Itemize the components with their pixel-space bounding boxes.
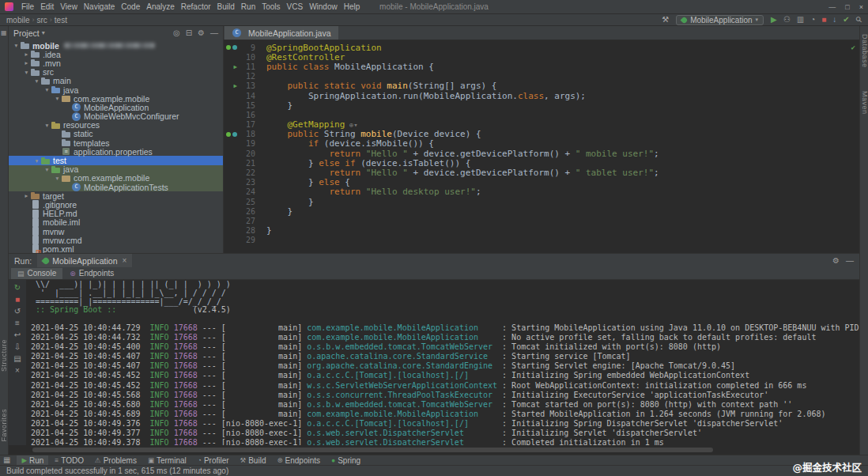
project-stripe-icon[interactable]: ▦ xyxy=(1,29,7,36)
collapse-all-icon[interactable]: ⊟ xyxy=(186,29,192,37)
tree-item-resources[interactable]: ▾resources xyxy=(9,121,223,130)
breadcrumb-mobile[interactable]: mobile xyxy=(6,16,29,25)
tree-expand-icon[interactable]: ▾ xyxy=(53,95,62,102)
minimize-button[interactable]: — xyxy=(828,3,836,11)
locate-file-icon[interactable]: ◎ xyxy=(173,29,180,37)
search-icon[interactable]: ⚲ xyxy=(854,15,863,25)
settings-gear-icon[interactable]: ⚙ xyxy=(198,29,205,37)
tree-item-mobilewebmvcconfigurer[interactable]: MobileWebMvcConfigurer xyxy=(9,112,223,121)
tree-item-mobileapplicationtests[interactable]: MobileApplicationTests xyxy=(9,183,223,191)
menu-view[interactable]: View xyxy=(57,2,81,11)
tree-expand-icon[interactable]: ▾ xyxy=(32,77,41,85)
tree-expand-icon[interactable]: ▾ xyxy=(22,69,31,76)
tree-item-com-example-mobile[interactable]: ▾com.example.mobile xyxy=(9,94,223,103)
tree-item-test[interactable]: ▾test xyxy=(9,156,223,164)
toolwindow-button-problems[interactable]: ⚠Problems xyxy=(90,455,142,466)
maximize-button[interactable]: □ xyxy=(845,3,849,11)
stop-icon[interactable]: ■ xyxy=(821,16,826,24)
console-view-tab-console[interactable]: ▤Console xyxy=(11,268,62,279)
build-hammer-icon[interactable]: ⚒ xyxy=(662,16,669,24)
tree-expand-icon[interactable]: ▾ xyxy=(43,166,51,173)
soft-wrap-icon[interactable]: ↩ xyxy=(14,331,21,339)
tree-item-pom-xml[interactable]: pom.xml xyxy=(9,244,223,253)
toolwindow-button-build[interactable]: ⚒Build xyxy=(236,455,271,466)
inspections-ok-icon[interactable]: ✔ xyxy=(851,43,855,51)
menu-edit[interactable]: Edit xyxy=(37,2,57,11)
run-gutter-icon[interactable]: ▶ xyxy=(233,83,237,89)
tree-item-main[interactable]: ▾main xyxy=(9,77,223,85)
code-area[interactable]: ✔ 9@SpringBootApplication10@RestControll… xyxy=(224,40,859,253)
tree-item-mvnw-cmd[interactable]: mvnw.cmd xyxy=(9,236,223,244)
run-tab-mobileapplication[interactable]: MobileApplication × xyxy=(37,254,132,267)
profiler-icon[interactable]: ◔ xyxy=(810,16,815,24)
debug-icon[interactable]: ⚇ xyxy=(783,16,791,24)
tree-expand-icon[interactable]: ▾ xyxy=(43,122,51,129)
breadcrumb-test[interactable]: test xyxy=(55,16,67,25)
hide-panel-icon[interactable]: — xyxy=(846,257,854,265)
tree-item-src[interactable]: ▾src xyxy=(9,68,223,77)
stop-icon[interactable]: ■ xyxy=(15,296,20,304)
favorites-tool-button[interactable]: Favorites xyxy=(0,409,9,442)
tree-expand-icon[interactable]: ▸ xyxy=(22,192,31,199)
menu-tools[interactable]: Tools xyxy=(259,2,283,11)
horizontal-scrollbar[interactable] xyxy=(9,445,859,455)
menu-run[interactable]: Run xyxy=(238,2,259,11)
tree-item-mobileapplication[interactable]: MobileApplication xyxy=(9,103,223,111)
run-icon[interactable]: ▶ xyxy=(771,16,777,24)
tree-item-mobile[interactable]: ▾mobile xyxy=(9,41,223,50)
console-output[interactable]: \\/ ___)| |_)| | | | | || (_| | ) ) ) ) … xyxy=(26,280,859,445)
scrollbar-thumb[interactable] xyxy=(32,448,713,452)
toolwindow-button-profiler[interactable]: ◔Profiler xyxy=(193,455,234,466)
menu-help[interactable]: Help xyxy=(341,2,364,11)
tree-item-application-properties[interactable]: application.properties xyxy=(9,147,223,156)
tree-item--gitignore[interactable]: .gitignore xyxy=(9,200,223,209)
dump-threads-icon[interactable]: ≡ xyxy=(15,319,20,327)
breadcrumb-src[interactable]: src xyxy=(36,16,47,25)
database-tool-button[interactable]: Database xyxy=(860,34,868,68)
coverage-icon[interactable]: ▥ xyxy=(797,16,804,24)
tree-expand-icon[interactable]: ▾ xyxy=(43,86,51,93)
tree-item-java[interactable]: ▾java xyxy=(9,165,223,174)
tree-item-target[interactable]: ▸target xyxy=(9,191,223,200)
toolwindow-button-terminal[interactable]: ▣Terminal xyxy=(143,455,191,466)
close-button[interactable]: × xyxy=(859,3,863,11)
spring-bean-gutter-icon[interactable] xyxy=(232,132,237,137)
structure-tool-button[interactable]: Structure xyxy=(0,339,9,372)
tree-expand-icon[interactable]: ▾ xyxy=(53,175,62,182)
tree-expand-icon[interactable]: ▾ xyxy=(32,157,41,164)
tree-item-com-example-mobile[interactable]: ▾com.example.mobile xyxy=(9,174,223,183)
spring-bean-gutter-icon[interactable] xyxy=(226,45,231,50)
console-view-tab-endpoints[interactable]: ⊛Endpoints xyxy=(63,268,120,279)
git-commit-icon[interactable]: ✔ xyxy=(843,16,849,24)
clear-all-icon[interactable]: × xyxy=(15,367,20,375)
restart-server-icon[interactable]: ↺ xyxy=(14,308,21,315)
menu-code[interactable]: Code xyxy=(118,2,143,11)
print-icon[interactable]: ▤ xyxy=(13,355,21,363)
tree-item--mvn[interactable]: ▸.mvn xyxy=(9,59,223,67)
git-update-icon[interactable]: ↓ xyxy=(832,16,836,24)
rerun-icon[interactable]: ↻ xyxy=(14,284,21,292)
tree-expand-icon[interactable]: ▾ xyxy=(12,42,21,49)
maven-tool-button[interactable]: Maven xyxy=(860,91,868,115)
tree-item-help-md[interactable]: HELP.md xyxy=(9,210,223,218)
settings-gear-icon[interactable]: ⚙ xyxy=(832,257,840,265)
editor-tab-mobileapplication[interactable]: MobileApplication.java xyxy=(225,26,338,40)
menu-build[interactable]: Build xyxy=(214,2,238,11)
tree-expand-icon[interactable]: ▸ xyxy=(22,51,31,58)
menu-refactor[interactable]: Refactor xyxy=(178,2,214,11)
project-panel-title[interactable]: Project xyxy=(13,28,40,38)
spring-bean-gutter-icon[interactable] xyxy=(226,132,231,137)
tree-item-mobile-iml[interactable]: mobile.iml xyxy=(9,218,223,227)
hide-panel-icon[interactable]: — xyxy=(210,29,218,37)
tree-item--idea[interactable]: ▸.idea xyxy=(9,50,223,59)
scroll-to-end-icon[interactable]: ⇩ xyxy=(14,343,21,351)
spring-bean-gutter-icon[interactable] xyxy=(232,45,237,50)
menu-analyze[interactable]: Analyze xyxy=(143,2,178,11)
toolwindow-button-todo[interactable]: ≡TODO xyxy=(50,455,89,466)
toolwindow-button-run[interactable]: ▶Run xyxy=(17,455,48,466)
run-config-selector[interactable]: MobileApplication ▾ xyxy=(676,15,764,25)
toolwindow-button-endpoints[interactable]: ⊛Endpoints xyxy=(272,455,325,466)
close-icon[interactable]: × xyxy=(123,256,127,265)
menu-navigate[interactable]: Navigate xyxy=(81,2,118,11)
tree-item-mvnw[interactable]: mvnw xyxy=(9,227,223,236)
